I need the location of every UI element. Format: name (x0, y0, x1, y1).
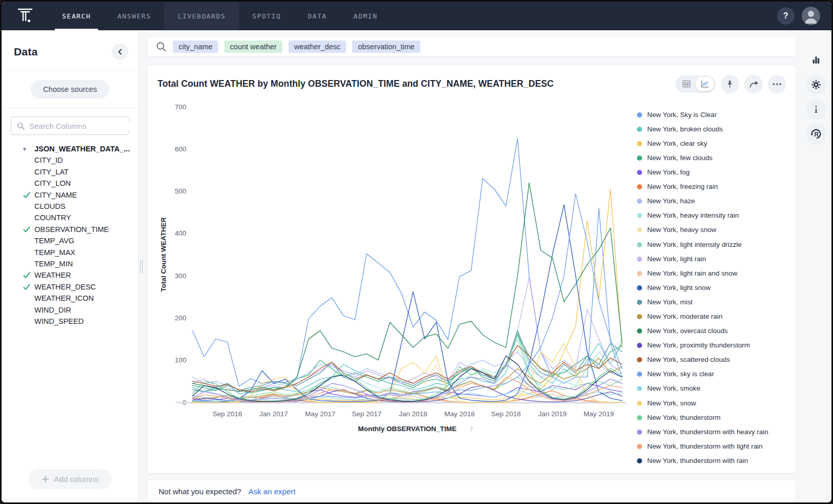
search-token[interactable]: count weather (224, 41, 282, 53)
ask-expert-link[interactable]: Ask an expert (248, 487, 296, 496)
legend-label: New York, fog (647, 168, 690, 177)
legend-label: New York, thunderstorm with light rain (647, 442, 763, 451)
column-item[interactable]: TEMP_MAX (2, 247, 139, 258)
series-line[interactable] (192, 189, 622, 401)
column-item[interactable]: WEATHER_ICON (2, 293, 139, 304)
legend-item[interactable]: New York, thunderstorm (637, 414, 776, 422)
series-line[interactable] (192, 205, 622, 402)
search-token[interactable]: weather_desc (288, 41, 346, 53)
legend-item[interactable]: New York, moderate rain (637, 313, 776, 321)
legend-item[interactable]: New York, freezing rain (637, 183, 776, 191)
legend-item[interactable]: New York, heavy intensity rain (637, 211, 776, 220)
legend-label: New York, sky is clear (647, 370, 714, 378)
legend-label: New York, few clouds (647, 154, 712, 162)
legend-item[interactable]: New York, fog (637, 168, 776, 177)
column-item[interactable]: TEMP_AVG (2, 235, 139, 246)
legend-item[interactable]: New York, thunderstorm with rain (637, 457, 776, 465)
column-item[interactable]: CITY_ID (2, 154, 139, 166)
search-columns-input[interactable] (29, 122, 131, 130)
series-line[interactable] (192, 331, 622, 392)
nav-item-search[interactable]: SEARCH (49, 2, 104, 30)
settings-gear-icon[interactable] (806, 74, 826, 95)
thoughtspot-logo-icon[interactable] (2, 2, 49, 30)
add-columns-button[interactable]: Add columns (28, 469, 112, 489)
search-tokens: city_namecount weatherweather_descobserv… (173, 41, 420, 53)
column-item[interactable]: CITY_LON (2, 178, 139, 189)
nav-item-liveboards[interactable]: LIVEBOARDS (164, 2, 239, 30)
series-line[interactable] (192, 278, 622, 392)
series-line[interactable] (192, 333, 622, 394)
legend-item[interactable]: New York, overcast clouds (637, 327, 776, 335)
x-tick-label: Sep 2018 (491, 410, 521, 418)
column-item[interactable]: TEMP_MIN (2, 258, 139, 269)
legend-dot-icon (637, 430, 642, 435)
sort-arrow-icon[interactable]: ↑ (470, 424, 474, 433)
y-axis-title: Total Count WEATHER (160, 217, 167, 292)
legend-item[interactable]: New York, clear sky (637, 140, 776, 148)
series-line[interactable] (192, 335, 622, 393)
legend-dot-icon (637, 343, 642, 348)
chevron-left-icon[interactable] (112, 44, 128, 60)
nav-item-admin[interactable]: ADMIN (340, 2, 391, 30)
column-item[interactable]: OBSERVATION_TIME (2, 224, 139, 235)
x-tick-label: Sep 2016 (212, 410, 242, 418)
pin-icon[interactable] (721, 75, 739, 93)
table-view-icon[interactable] (677, 77, 695, 91)
search-token[interactable]: observation_time (352, 41, 420, 53)
legend-label: New York, freezing rain (647, 183, 718, 191)
share-icon[interactable] (744, 75, 763, 93)
table-node[interactable]: ▾JSON_WEATHER_DATA_... (2, 143, 139, 154)
panel-resize-handle[interactable] (139, 30, 143, 502)
search-token[interactable]: city_name (173, 41, 218, 53)
help-icon[interactable]: ? (777, 7, 795, 25)
r-analysis-icon[interactable]: R (806, 124, 826, 144)
legend-item[interactable]: New York, scattered clouds (637, 356, 776, 364)
legend-item[interactable]: New York, light rain and snow (637, 269, 776, 278)
legend-item[interactable]: New York, proximity thunderstorm (637, 341, 776, 350)
series-line[interactable] (192, 193, 622, 400)
column-item[interactable]: WEATHER (2, 269, 139, 281)
legend-label: New York, light intensity drizzle (647, 241, 742, 249)
legend-item[interactable]: New York, light rain (637, 255, 776, 263)
nav-item-spotiq[interactable]: SPOTIQ (239, 2, 295, 30)
nav-item-answers[interactable]: ANSWERS (104, 2, 164, 30)
legend-item[interactable]: New York, broken clouds (637, 125, 776, 133)
legend-item[interactable]: New York, snow (637, 399, 776, 408)
legend-item[interactable]: New York, thunderstorm with light rain (637, 442, 776, 451)
choose-sources-button[interactable]: Choose sources (31, 80, 109, 99)
legend-item[interactable]: New York, haze (637, 197, 776, 205)
nav-right: ? (777, 2, 831, 30)
chart-view-icon[interactable] (695, 77, 714, 91)
series-line[interactable] (192, 183, 622, 391)
series-line[interactable] (192, 138, 622, 386)
chart-legend: New York, Sky is ClearNew York, broken c… (630, 95, 776, 471)
legend-item[interactable]: New York, thunderstorm with heavy rain (637, 428, 776, 436)
legend-item[interactable]: New York, Sky is Clear (637, 111, 776, 119)
legend-item[interactable]: New York, sky is clear (637, 370, 776, 378)
column-item[interactable]: WEATHER_DESC (2, 281, 139, 293)
more-icon[interactable] (768, 75, 786, 93)
series-line[interactable] (192, 345, 622, 392)
column-item[interactable]: WIND_SPEED (2, 316, 139, 327)
legend-item[interactable]: New York, heavy snow (637, 226, 776, 234)
legend-item[interactable]: New York, few clouds (637, 154, 776, 162)
user-avatar[interactable] (802, 7, 820, 25)
info-icon[interactable] (806, 99, 826, 120)
column-item[interactable]: CLOUDS (2, 201, 139, 212)
column-item[interactable]: CITY_LAT (2, 166, 139, 178)
column-item[interactable]: CITY_NAME (2, 189, 139, 201)
chart-type-icon[interactable] (806, 50, 826, 70)
check-icon (23, 272, 30, 279)
column-item[interactable]: WIND_DIR (2, 304, 139, 316)
legend-item[interactable]: New York, smoke (637, 384, 776, 393)
legend-item[interactable]: New York, light snow (637, 284, 776, 292)
nav-item-data[interactable]: DATA (295, 2, 340, 30)
legend-item[interactable]: New York, mist (637, 298, 776, 306)
search-bar[interactable]: city_namecount weatherweather_descobserv… (147, 37, 796, 56)
check-icon (23, 191, 30, 199)
column-item[interactable]: COUNTRY (2, 212, 139, 223)
legend-item[interactable]: New York, light intensity drizzle (637, 241, 776, 249)
legend-label: New York, clear sky (647, 140, 707, 148)
data-panel: Data Choose sources ▾JSON_WEATHER_DATA_.… (2, 30, 139, 502)
x-axis-title[interactable]: Monthly OBSERVATION_TIME (358, 425, 456, 433)
